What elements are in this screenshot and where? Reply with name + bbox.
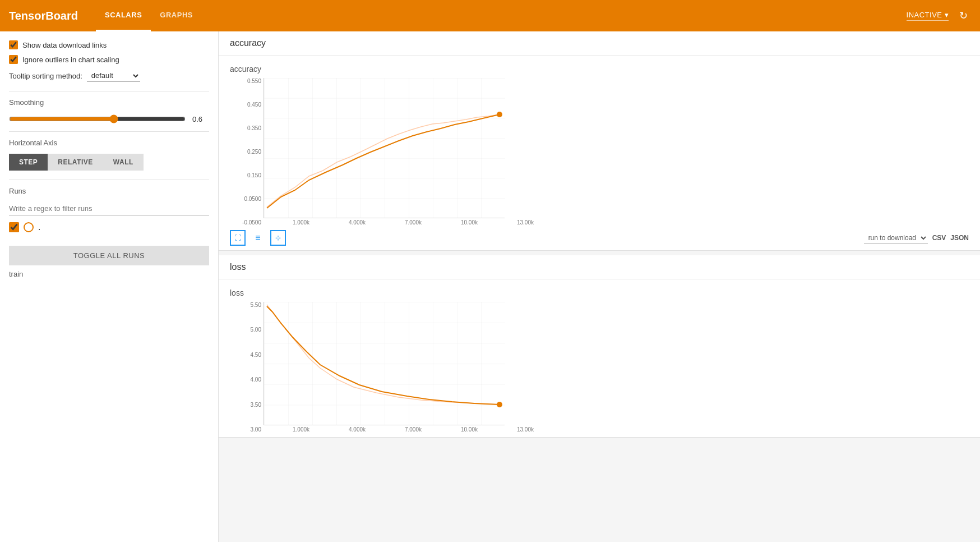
smoothing-slider[interactable] [9,114,186,123]
expand-icon[interactable]: ⛶ [230,230,246,246]
show-download-links-checkbox[interactable] [9,40,18,49]
tooltip-row: Tooltip sorting method: default descendi… [9,70,209,82]
loss-section-title: loss [219,255,980,279]
horizontal-axis-section: Horizontal Axis STEP RELATIVE WALL [9,139,209,171]
smoothing-slider-container [9,113,186,125]
horizontal-axis-label: Horizontal Axis [9,139,209,147]
accuracy-chart-title: accuracy [230,65,969,74]
smoothing-label: Smoothing [9,98,209,107]
smoothing-row: 0.6 [9,113,209,125]
runs-filter-input[interactable] [9,202,209,215]
svg-rect-0 [264,78,505,218]
smoothing-value: 0.6 [192,115,209,123]
run-name-label: train [9,270,209,278]
accuracy-section-title: accuracy [219,31,980,56]
accuracy-csv-link[interactable]: CSV [932,234,946,242]
crosshair-icon[interactable]: ⊹ [270,230,286,246]
main-content: accuracy accuracy 0.550 0.450 0.350 0.25… [219,31,980,542]
divider-3 [9,180,209,180]
loss-linechart [264,302,505,425]
axis-buttons: STEP RELATIVE WALL [9,154,209,171]
runs-section: Runs . [9,187,209,232]
refresh-icon[interactable]: ↻ [955,8,971,24]
loss-section: loss loss 5.50 5.00 4.50 4.00 3.50 3.00 [219,255,980,438]
divider-2 [9,131,209,132]
axis-btn-wall[interactable]: WALL [103,154,144,171]
accuracy-chart-controls: ⛶ ≡ ⊹ run to download CSV JSON [230,230,969,246]
lines-icon[interactable]: ≡ [250,230,266,246]
accuracy-section: accuracy accuracy 0.550 0.450 0.350 0.25… [219,31,980,251]
status-dropdown[interactable]: INACTIVE ▾ [907,11,949,21]
divider-1 [9,91,209,91]
chevron-down-icon: ▾ [945,11,949,19]
accuracy-chart-area [264,78,505,218]
loss-chart-wrapper: loss 5.50 5.00 4.50 4.00 3.50 3.00 [219,279,980,437]
axis-btn-step[interactable]: STEP [9,154,48,171]
settings-section: Show data download links Ignore outliers… [9,40,209,82]
run-item: . [9,222,209,232]
loss-end-dot [497,402,502,407]
accuracy-linechart [264,78,505,218]
run-circle-icon [24,222,34,232]
loss-chart-outer: 5.50 5.00 4.50 4.00 3.50 3.00 [264,302,969,433]
smoothing-section: Smoothing 0.6 [9,98,209,125]
ignore-outliers-checkbox[interactable] [9,55,18,64]
loss-y-labels: 5.50 5.00 4.50 4.00 3.50 3.00 [234,302,261,433]
main-layout: Show data download links Ignore outliers… [0,31,980,542]
ignore-outliers-row[interactable]: Ignore outliers in chart scaling [9,55,209,64]
loss-chart-area [264,302,505,425]
loss-chart-title: loss [230,288,969,297]
nav-tab-scalars[interactable]: SCALARS [96,0,151,31]
accuracy-x-labels: 1.000k 4.000k 7.000k 10.00k 13.00k [293,219,534,226]
tooltip-method-select[interactable]: default descending ascending nearest [87,70,140,82]
accuracy-download-row: run to download CSV JSON [864,232,969,244]
axis-btn-relative[interactable]: RELATIVE [48,154,103,171]
run-dot: . [38,222,40,232]
accuracy-chart-outer: 0.550 0.450 0.350 0.250 0.150 0.0500 -0.… [264,78,969,226]
accuracy-run-to-download[interactable]: run to download [864,232,928,244]
tooltip-label: Tooltip sorting method: [9,72,82,80]
topnav-right: INACTIVE ▾ ↻ [907,8,971,24]
toggle-all-runs-button[interactable]: TOGGLE ALL RUNS [9,246,209,265]
nav-tabs: SCALARS GRAPHS [96,0,202,31]
runs-label: Runs [9,187,209,195]
show-download-links-row[interactable]: Show data download links [9,40,209,49]
loss-x-labels: 1.000k 4.000k 7.000k 10.00k 13.00k [293,426,534,433]
topnav: TensorBoard SCALARS GRAPHS INACTIVE ▾ ↻ [0,0,980,31]
svg-rect-1 [264,302,505,425]
run-checkbox[interactable] [9,222,19,232]
accuracy-y-labels: 0.550 0.450 0.350 0.250 0.150 0.0500 -0.… [234,78,261,226]
nav-tab-graphs[interactable]: GRAPHS [151,0,202,31]
accuracy-json-link[interactable]: JSON [950,234,969,242]
sidebar: Show data download links Ignore outliers… [0,31,219,542]
accuracy-end-dot [497,112,502,117]
accuracy-chart-wrapper: accuracy 0.550 0.450 0.350 0.250 0.150 0… [219,56,980,250]
app-logo: TensorBoard [9,10,78,22]
